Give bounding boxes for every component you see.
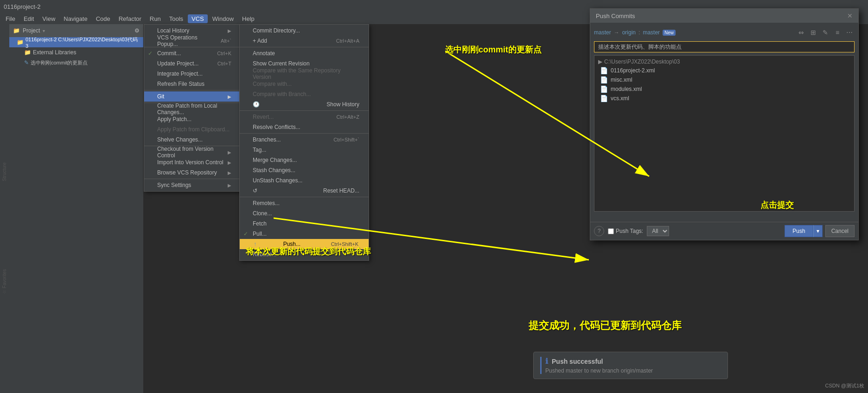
git-compare-branch: Compare with Branch... [240,89,369,99]
git-clone[interactable]: Clone... [240,208,369,219]
vcs-refresh-status[interactable]: Refresh File Status [144,79,241,89]
vcs-create-patch[interactable]: Create Patch from Local Changes... [144,104,241,114]
git-rebase[interactable]: Rebase... [240,249,369,259]
commit-dir-label: Commit Directory... [253,27,300,34]
local-history-label: Local History [157,27,189,34]
list-btn[interactable]: ≡ [832,27,842,38]
vcs-browse[interactable]: Browse VCS Repository ▶ [144,168,241,178]
refresh-status-label: Refresh File Status [157,81,204,87]
menu-navigate[interactable]: Navigate [60,14,91,23]
scratches-icon: ✎ [24,59,29,66]
git-stash[interactable]: Stash Changes... [240,165,369,175]
menu-run[interactable]: Run [146,14,165,23]
vcs-apply-patch-clipboard: Apply Patch from Clipboard... [144,124,241,135]
sync-arrow: ▶ [228,183,231,188]
push-button[interactable]: Push [785,225,813,237]
watermark: CSDN @测试1枚 [825,382,864,389]
menu-window[interactable]: Window [209,14,237,23]
help-button[interactable]: ? [594,226,604,236]
menu-code[interactable]: Code [92,14,114,23]
git-resolve-conflicts[interactable]: Resolve Conflicts... [240,122,369,132]
push-dialog-close[interactable]: ✕ [847,12,853,19]
git-remotes[interactable]: Remotes... [240,198,369,208]
menu-tools[interactable]: Tools [166,14,187,23]
colon-separator: : [638,29,640,36]
git-add[interactable]: + Add Ctrl+Alt+A [240,36,369,46]
git-tag[interactable]: Tag... [240,145,369,155]
push-dropdown-arrow[interactable]: ▾ [813,225,823,237]
git-divider-4 [240,197,369,197]
gear-icon[interactable]: ⚙ [134,27,140,34]
menu-view[interactable]: View [38,14,59,23]
branches-label: Branches... [253,136,281,143]
push-tags-checkbox-label: Push Tags: [608,228,643,234]
favorites-tab[interactable]: ☆ Favorites [2,269,7,295]
git-fetch[interactable]: Fetch [240,219,369,229]
expand-btn[interactable]: ⇔ [796,27,806,38]
menu-refactor[interactable]: Refactor [115,14,145,23]
branch-row: master → origin : master New ⇔ ⊞ ✎ ≡ ⋯ [594,26,855,39]
scratches-consoles-item[interactable]: ✎ 选中刚刚commit的更新点 [9,58,143,68]
checkout-arrow: ▶ [228,150,231,155]
history-icon: 🕐 [253,101,260,108]
push-dialog-title-bar: Push Commits ✕ [590,9,858,23]
commit-message-input[interactable] [594,41,855,52]
git-branches[interactable]: Branches... Ctrl+Shift+` [240,135,369,145]
git-commit-dir[interactable]: Commit Directory... [240,26,369,36]
push-shortcut: Ctrl+Shift+K [331,241,358,247]
file-entry-0116project2: 📄 0116project-2.xml [596,66,852,75]
file-entry-misc: 📄 misc.xml [596,75,852,84]
cancel-button[interactable]: Cancel [825,225,855,237]
external-libraries-item[interactable]: 📁 External Libraries [9,47,143,58]
divider-2 [144,90,241,90]
push-tags-select[interactable]: All [647,226,669,236]
menu-file[interactable]: File [2,14,19,23]
dialog-toolbar: ⇔ ⊞ ✎ ≡ ⋯ [796,26,855,39]
menu-vcs[interactable]: VCS [188,14,208,23]
git-compare-with: Compare with... [240,79,369,89]
left-panel: 📁 Project ▾ ⚙ 📁 0116project-2 C:\Users\P… [9,24,144,393]
vcs-commit[interactable]: ✓ Commit... Ctrl+K [144,48,241,58]
vcs-update-project[interactable]: Update Project... Ctrl+T [144,58,241,69]
vcs-shelve-changes[interactable]: Shelve Changes... [144,135,241,145]
push-commits-dialog: Push Commits ✕ master → origin : master … [590,8,859,240]
remotes-label: Remotes... [253,200,280,206]
push-tags-row: Push Tags: All [608,226,669,236]
xml-file-icon-misc: 📄 [600,76,608,84]
push-tags-checkbox[interactable] [608,228,614,234]
vcs-integrate-project[interactable]: Integrate Project... [144,69,241,79]
vcs-sync-settings[interactable]: Sync Settings ▶ [144,180,241,190]
structure-tab[interactable]: Structure [2,162,7,181]
file-entry-vcs: 📄 vcs.xml [596,94,852,103]
update-shortcut: Ctrl+T [217,61,231,66]
grid-btn[interactable]: ⊞ [808,27,818,38]
menu-edit[interactable]: Edit [20,14,38,23]
git-show-history[interactable]: 🕐 Show History [240,99,369,110]
git-reset-head[interactable]: ↺ Reset HEAD... [240,186,369,196]
show-history-label: Show History [326,101,359,108]
xml-file-icon-vcs: 📄 [600,95,608,102]
info-icon: ℹ [545,357,548,366]
vcs-git[interactable]: Git ▶ [144,91,241,102]
project-root-item[interactable]: 📁 0116project-2 C:\Users\PJXZ022\Desktop… [9,37,143,47]
compare-branch-label: Compare with Branch... [253,91,311,97]
commit-label: Commit... [157,50,181,57]
git-merge-changes[interactable]: Merge Changes... [240,155,369,165]
vcs-checkout[interactable]: Checkout from Version Control ▶ [144,147,241,157]
more-btn[interactable]: ⋯ [844,27,855,38]
menu-help[interactable]: Help [238,14,258,23]
footer-left: ? Push Tags: All [594,226,669,236]
vcs-apply-patch[interactable]: Apply Patch... [144,114,241,124]
git-annotate[interactable]: Annotate [240,48,369,58]
git-push[interactable]: ↑ Push... Ctrl+Shift+K [240,239,369,249]
git-pull[interactable]: ✓ Pull... [240,229,369,239]
tag-label: Tag... [253,147,266,153]
git-unstash[interactable]: UnStash Changes... [240,175,369,186]
push-button-group: Push ▾ [785,225,822,237]
apply-patch-label: Apply Patch... [157,116,191,122]
vcs-operations-popup[interactable]: VCS Operations Popup... Alt+` [144,36,241,46]
file-tree-header: ▶ C:\Users\PJXZ022\Desktop\03 [596,58,852,66]
vcs-import[interactable]: Import Into Version Control ▶ [144,157,241,168]
edit-btn[interactable]: ✎ [820,27,830,38]
add-label: + Add [253,38,267,44]
